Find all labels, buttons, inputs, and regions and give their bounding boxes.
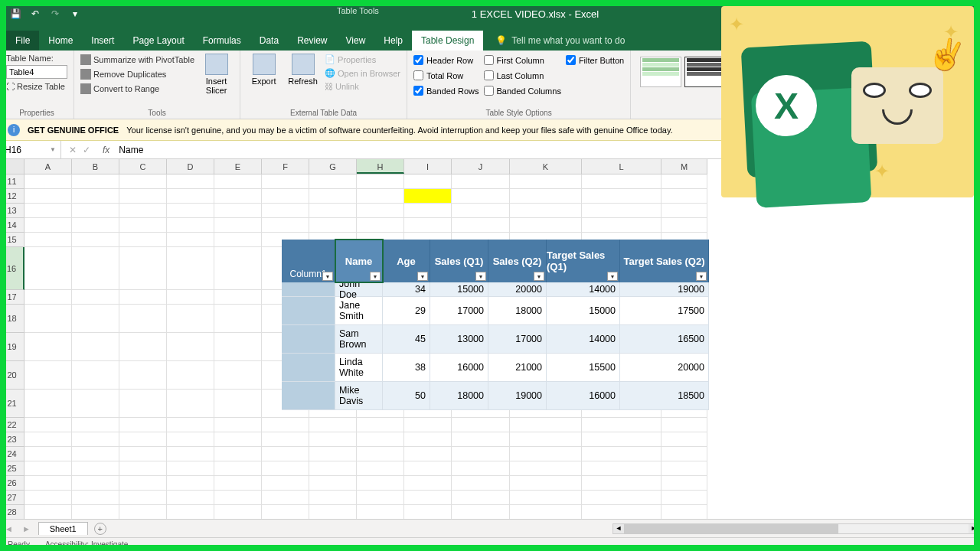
table-cell[interactable]: 15000 bbox=[547, 297, 620, 325]
cell[interactable] bbox=[72, 418, 119, 432]
cell[interactable] bbox=[72, 447, 119, 461]
tell-me-search[interactable]: 💡 Tell me what you want to do bbox=[483, 31, 634, 51]
cell[interactable] bbox=[452, 432, 510, 447]
cell[interactable] bbox=[167, 247, 214, 290]
cell[interactable] bbox=[510, 505, 582, 519]
row-header[interactable]: 13 bbox=[0, 204, 24, 218]
row-header[interactable]: 17 bbox=[0, 290, 24, 305]
total-row-check[interactable]: Total Row bbox=[413, 69, 479, 82]
cell[interactable] bbox=[119, 247, 167, 290]
cell[interactable] bbox=[167, 305, 214, 333]
table-cell[interactable]: 16000 bbox=[547, 382, 620, 410]
cell[interactable] bbox=[357, 189, 404, 204]
column-header[interactable]: A bbox=[24, 159, 72, 174]
cell[interactable] bbox=[510, 476, 582, 491]
cell[interactable] bbox=[510, 491, 582, 505]
cell[interactable] bbox=[72, 290, 119, 305]
table-cell[interactable]: 18000 bbox=[488, 297, 547, 325]
save-icon[interactable]: 💾 bbox=[9, 8, 21, 20]
table-header[interactable]: Age▼ bbox=[383, 240, 430, 282]
cell[interactable] bbox=[72, 432, 119, 447]
cell[interactable] bbox=[214, 204, 262, 218]
cell[interactable] bbox=[510, 432, 582, 447]
sheet-next-icon[interactable]: ► bbox=[18, 524, 35, 533]
cell[interactable] bbox=[119, 204, 167, 218]
row-header[interactable]: 18 bbox=[0, 305, 24, 333]
cell[interactable] bbox=[167, 204, 214, 218]
cell[interactable] bbox=[72, 305, 119, 333]
horizontal-scrollbar[interactable]: ◄ ► bbox=[612, 523, 980, 534]
cell[interactable] bbox=[452, 418, 510, 432]
cell[interactable] bbox=[357, 447, 404, 461]
cell[interactable] bbox=[119, 290, 167, 305]
cell[interactable] bbox=[662, 505, 707, 519]
last-col-check[interactable]: Last Column bbox=[484, 69, 561, 82]
tab-view[interactable]: View bbox=[337, 31, 375, 51]
cell[interactable] bbox=[582, 476, 662, 491]
cell[interactable] bbox=[452, 204, 510, 218]
column-header[interactable]: B bbox=[72, 159, 119, 174]
cell[interactable] bbox=[309, 189, 357, 204]
banded-rows-check[interactable]: Banded Rows bbox=[413, 84, 479, 97]
chevron-down-icon[interactable]: ▼ bbox=[50, 146, 56, 153]
cell[interactable] bbox=[167, 461, 214, 476]
column-header[interactable]: E bbox=[214, 159, 262, 174]
cell[interactable] bbox=[262, 491, 309, 505]
table-cell[interactable]: 21000 bbox=[488, 354, 547, 382]
cell[interactable] bbox=[24, 174, 72, 189]
filter-dropdown-icon[interactable]: ▼ bbox=[475, 272, 486, 281]
cell[interactable] bbox=[167, 491, 214, 505]
cell[interactable] bbox=[167, 390, 214, 418]
table-cell[interactable]: 17000 bbox=[430, 297, 488, 325]
cell[interactable] bbox=[357, 174, 404, 189]
cell[interactable] bbox=[309, 476, 357, 491]
select-all-triangle[interactable] bbox=[0, 159, 24, 174]
row-header[interactable]: 24 bbox=[0, 447, 24, 461]
cell[interactable] bbox=[357, 432, 404, 447]
cell[interactable] bbox=[582, 432, 662, 447]
cell[interactable] bbox=[452, 505, 510, 519]
cell[interactable] bbox=[357, 218, 404, 233]
tab-table-design[interactable]: Table Design bbox=[412, 31, 483, 51]
cell[interactable] bbox=[72, 247, 119, 290]
cell[interactable] bbox=[404, 174, 452, 189]
resize-table-button[interactable]: ⛶Resize Table bbox=[6, 81, 67, 92]
cell[interactable] bbox=[119, 305, 167, 333]
cell[interactable] bbox=[309, 204, 357, 218]
table-cell[interactable] bbox=[282, 282, 335, 297]
cell[interactable] bbox=[119, 218, 167, 233]
cell[interactable] bbox=[72, 218, 119, 233]
table-cell[interactable]: 13000 bbox=[430, 325, 488, 354]
cell[interactable] bbox=[24, 189, 72, 204]
cell[interactable] bbox=[24, 247, 72, 290]
cell[interactable] bbox=[167, 233, 214, 247]
cell[interactable] bbox=[119, 390, 167, 418]
cell[interactable] bbox=[582, 491, 662, 505]
tab-file[interactable]: File bbox=[6, 31, 39, 51]
header-row-check[interactable]: Header Row bbox=[413, 54, 479, 67]
cell[interactable] bbox=[119, 233, 167, 247]
cell[interactable] bbox=[119, 476, 167, 491]
cell[interactable] bbox=[662, 491, 707, 505]
cell[interactable] bbox=[357, 476, 404, 491]
column-header[interactable]: L bbox=[582, 159, 662, 174]
cell[interactable] bbox=[24, 447, 72, 461]
table-cell[interactable] bbox=[282, 297, 335, 325]
row-header[interactable]: 26 bbox=[0, 476, 24, 491]
cell[interactable] bbox=[167, 333, 214, 361]
row-header[interactable]: 22 bbox=[0, 418, 24, 432]
filter-dropdown-icon[interactable]: ▼ bbox=[322, 272, 333, 281]
cell[interactable] bbox=[510, 204, 582, 218]
column-header[interactable]: D bbox=[167, 159, 214, 174]
cell[interactable] bbox=[214, 432, 262, 447]
table-cell[interactable]: 45 bbox=[383, 325, 430, 354]
table-cell[interactable]: 16000 bbox=[430, 354, 488, 382]
column-header[interactable]: K bbox=[510, 159, 582, 174]
table-header[interactable]: Target Sales (Q1)▼ bbox=[547, 240, 620, 282]
row-header[interactable]: 12 bbox=[0, 189, 24, 204]
scroll-thumb[interactable] bbox=[624, 524, 838, 533]
cell[interactable] bbox=[357, 491, 404, 505]
cell[interactable] bbox=[24, 290, 72, 305]
row-header[interactable]: 23 bbox=[0, 432, 24, 447]
cell[interactable] bbox=[404, 218, 452, 233]
